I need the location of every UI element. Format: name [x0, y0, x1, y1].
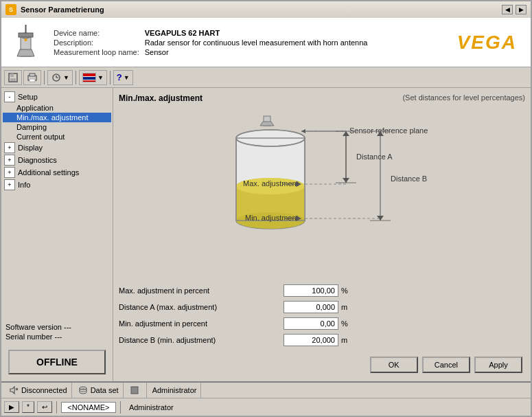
- diagram-svg: Sensor reference plane Distance A: [119, 107, 525, 245]
- svg-marker-16: [260, 122, 274, 126]
- taskbar-play-button[interactable]: ▶: [4, 401, 19, 413]
- form-row-3: Distance B (min. adjustment) m: [119, 332, 525, 348]
- sidebar-item-current-output[interactable]: Current output: [3, 132, 111, 142]
- sidebar-item-setup[interactable]: - Setup: [3, 91, 111, 103]
- sidebar-footer: Software version --- Serial number ---: [3, 318, 111, 346]
- ok-button[interactable]: OK: [370, 357, 418, 373]
- title-bar-buttons: ◀ ▶: [502, 5, 527, 14]
- description-value: Radar sensor for continuous level measur…: [142, 38, 371, 47]
- status-disconnected: Disconnected: [4, 383, 72, 398]
- form-label-0: Max. adjustment in percent: [119, 286, 284, 295]
- taskbar: ▶ * ↩ <NONAME> Administrator: [1, 398, 531, 416]
- content-area: - Setup Application Min./max. adjustment…: [1, 88, 531, 381]
- panel-title: Min./max. adjustment: [119, 93, 203, 103]
- vega-logo: VEGA: [457, 32, 517, 54]
- form-unit-1: m: [341, 303, 347, 311]
- sidebar-item-additional-settings[interactable]: + Additional settings: [3, 166, 111, 179]
- max-adjustment-percent-input[interactable]: [284, 284, 338, 297]
- application-label: Application: [16, 104, 54, 112]
- device-info: Device name: VEGAPULS 62 HART Descriptio…: [51, 28, 457, 57]
- min-adjustment-percent-input[interactable]: [284, 317, 338, 330]
- title-bar-title: Sensor Parametrierung: [21, 5, 498, 14]
- form-label-2: Min. adjustment in percent: [119, 319, 284, 328]
- offline-button[interactable]: OFFLINE: [8, 350, 106, 374]
- svg-rect-8: [10, 78, 16, 81]
- form-row-2: Min. adjustment in percent %: [119, 315, 525, 332]
- form-label-3: Distance B (min. adjustment): [119, 336, 284, 344]
- svg-rect-10: [30, 74, 35, 76]
- display-expander[interactable]: +: [4, 142, 15, 153]
- svg-rect-3: [19, 33, 33, 37]
- square-icon: [129, 385, 140, 396]
- title-bar-icon: S: [5, 4, 16, 15]
- taskbar-back-button[interactable]: ↩: [37, 401, 52, 413]
- info-expander[interactable]: +: [4, 179, 15, 190]
- device-icon: [8, 23, 43, 61]
- panel-title-row: Min./max. adjustment (Set distances for …: [119, 93, 525, 103]
- taskbar-asterisk-button[interactable]: *: [22, 401, 34, 413]
- min-max-label: Min./max. adjustment: [16, 113, 89, 122]
- sidebar-item-info[interactable]: + Info: [3, 179, 111, 191]
- svg-marker-2: [17, 49, 34, 56]
- nav-forward-button[interactable]: ▶: [516, 5, 527, 14]
- form-unit-3: m: [341, 336, 347, 344]
- disconnected-label: Disconnected: [21, 386, 67, 394]
- dataset-icon: [78, 385, 89, 396]
- main-window: Device name: VEGAPULS 62 HART Descriptio…: [0, 18, 532, 417]
- administrator-label: Administrator: [152, 386, 197, 394]
- info-label: Info: [18, 181, 30, 189]
- status-square: [125, 383, 147, 398]
- svg-text:Distance A: Distance A: [356, 153, 393, 161]
- sidebar-item-display[interactable]: + Display: [3, 142, 111, 154]
- title-bar: S Sensor Parametrierung ◀ ▶: [0, 0, 532, 18]
- serial-number: Serial number ---: [5, 332, 108, 341]
- form-label-1: Distance A (max. adjustment): [119, 303, 284, 311]
- save-button[interactable]: [4, 70, 22, 85]
- speaker-icon: [8, 385, 19, 396]
- language-dropdown[interactable]: ▼: [79, 70, 107, 85]
- form-row-0: Max. adjustment in percent %: [119, 282, 525, 299]
- current-output-label: Current output: [16, 133, 65, 141]
- toolbar: ▼ ▼ ? ▼: [1, 67, 531, 88]
- status-bar: Disconnected Data set Administrator: [1, 381, 531, 398]
- form-row-1: Distance A (max. adjustment) m: [119, 299, 525, 315]
- display-label: Display: [18, 144, 43, 152]
- svg-rect-7: [10, 74, 14, 77]
- taskbar-name-field: <NONAME>: [61, 402, 116, 413]
- additional-settings-expander[interactable]: +: [4, 167, 15, 178]
- distance-b-input[interactable]: [284, 334, 338, 346]
- svg-point-5: [24, 38, 27, 41]
- svg-text:Min. adjustment: Min. adjustment: [245, 214, 299, 222]
- sidebar-item-diagnostics[interactable]: + Diagnostics: [3, 154, 111, 166]
- setup-expander[interactable]: -: [4, 91, 15, 102]
- main-panel: Min./max. adjustment (Set distances for …: [113, 88, 531, 381]
- sidebar: - Setup Application Min./max. adjustment…: [1, 88, 113, 381]
- sensor-ref-label: Sensor reference plane: [349, 126, 428, 135]
- status-administrator: Administrator: [148, 383, 202, 398]
- sidebar-item-damping[interactable]: Damping: [3, 122, 111, 132]
- distance-a-input[interactable]: [284, 301, 338, 313]
- apply-button[interactable]: Apply: [474, 357, 522, 373]
- diagnostics-expander[interactable]: +: [4, 155, 15, 166]
- setup-label: Setup: [18, 93, 38, 101]
- sidebar-item-min-max[interactable]: Min./max. adjustment: [3, 113, 111, 122]
- additional-settings-label: Additional settings: [18, 168, 79, 177]
- cancel-button[interactable]: Cancel: [422, 357, 470, 373]
- help-dropdown[interactable]: ? ▼: [113, 70, 133, 85]
- dataset-label: Data set: [91, 386, 119, 394]
- description-label: Description:: [51, 38, 142, 47]
- svg-marker-31: [343, 131, 349, 136]
- sidebar-item-application[interactable]: Application: [3, 103, 111, 113]
- print-button[interactable]: [23, 70, 41, 85]
- toolbar-sep-2: [76, 71, 76, 84]
- diagram-area: Sensor reference plane Distance A: [119, 107, 525, 275]
- button-row: OK Cancel Apply: [119, 351, 525, 376]
- software-version: Software version ---: [5, 322, 108, 332]
- status-dataset: Data set: [73, 383, 124, 398]
- tools-dropdown[interactable]: ▼: [47, 70, 73, 85]
- form-area: Max. adjustment in percent % Distance A …: [119, 280, 525, 351]
- device-name-value: VEGAPULS 62 HART: [142, 28, 371, 38]
- form-unit-2: %: [341, 319, 348, 328]
- nav-back-button[interactable]: ◀: [502, 5, 513, 14]
- svg-marker-32: [343, 178, 349, 183]
